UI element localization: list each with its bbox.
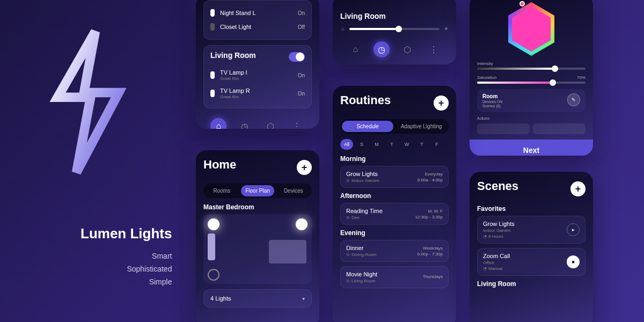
- device-name: Closet Light: [220, 24, 251, 30]
- slider-label: Intensity: [477, 61, 493, 66]
- page-title: Home: [203, 158, 236, 172]
- nav-scenes-icon[interactable]: ⬡: [399, 41, 415, 57]
- summary-title: Room: [482, 93, 502, 99]
- routine-item[interactable]: Reading Time ⊙Den M, W, F12:30p - 3:30p: [340, 203, 449, 225]
- stop-icon[interactable]: ■: [567, 255, 580, 268]
- summary-line: Scenes (0): [482, 104, 502, 108]
- device-state: On: [298, 72, 305, 78]
- brightness-slider[interactable]: [349, 28, 440, 30]
- room-title: Living Room: [340, 12, 449, 20]
- next-button[interactable]: Next: [470, 140, 593, 156]
- chips-label: Actions: [477, 116, 586, 120]
- chevron-down-icon[interactable]: ▾: [302, 296, 305, 302]
- scene-name: Grow Lights: [483, 221, 515, 227]
- day-pill[interactable]: S: [355, 139, 368, 150]
- routine-item[interactable]: Dinner ⊙Dining Room Weekdays6:00p - 7:30…: [340, 240, 449, 262]
- section-evening: Evening: [340, 229, 449, 237]
- device-sub: Great Rm: [220, 94, 250, 99]
- floor-plan-bed: [269, 240, 306, 264]
- device-state: Off: [298, 24, 305, 30]
- device-name: Night Stand L: [220, 10, 256, 16]
- intensity-slider[interactable]: [477, 68, 586, 70]
- day-pill[interactable]: T: [385, 139, 398, 150]
- nav-more-icon[interactable]: ⋮: [426, 41, 442, 57]
- tab-schedule[interactable]: Schedule: [342, 121, 393, 132]
- color-picker-hex[interactable]: [504, 2, 558, 56]
- pin-icon: ⊙: [346, 178, 350, 183]
- device-row[interactable]: Night Stand L On: [210, 6, 305, 20]
- device-sub: Great Rm: [220, 76, 247, 81]
- pin-icon: ⊙: [346, 252, 350, 257]
- device-name: TV Lamp R: [220, 87, 250, 94]
- add-button[interactable]: +: [297, 160, 312, 175]
- scene-name: Zoom Call: [483, 253, 510, 259]
- action-chip[interactable]: [477, 123, 530, 134]
- tab-devices[interactable]: Devices: [276, 185, 310, 196]
- routine-name: Dinner: [346, 245, 376, 251]
- page-title: Scenes: [477, 179, 518, 193]
- summary-action-icon[interactable]: ✎: [567, 93, 580, 106]
- brand-title: Lumen Lights: [80, 225, 172, 242]
- clock-icon: ◔: [483, 266, 487, 271]
- section-living-room: Living Room: [477, 280, 586, 288]
- routine-name: Grow Lights: [346, 171, 379, 177]
- scene-item[interactable]: Grow Lights Indoor Garden ◔8 Hours ▸: [477, 216, 586, 244]
- nav-scenes-icon[interactable]: ⬡: [262, 118, 279, 129]
- day-pill[interactable]: F: [430, 139, 443, 150]
- day-pill[interactable]: M: [370, 139, 383, 150]
- brand-logo: [38, 27, 134, 177]
- bulb-icon: [210, 9, 215, 17]
- routine-item[interactable]: Grow Lights ⊙Indoor Garden Everyday8:00a…: [340, 166, 449, 188]
- routine-item[interactable]: Movie Night ⊙Living Room Thursdays: [340, 266, 449, 288]
- room-title: Living Room: [210, 51, 256, 60]
- routine-name: Reading Time: [346, 208, 383, 214]
- tab-rooms[interactable]: Rooms: [205, 185, 239, 196]
- nav-more-icon[interactable]: ⋮: [289, 118, 305, 129]
- nav-routines-icon[interactable]: ◷: [374, 41, 390, 57]
- scene-item[interactable]: Zoom Call Office ◔Manual ■: [477, 248, 586, 276]
- light-count: 4 Lights: [210, 295, 231, 302]
- add-button[interactable]: +: [570, 181, 586, 196]
- summary-line: Devices ON: [482, 100, 502, 104]
- device-row[interactable]: TV Lamp l Great Rm On: [210, 66, 305, 84]
- tab-floor-plan[interactable]: Floor Plan: [241, 185, 275, 196]
- day-pill[interactable]: T: [415, 139, 428, 150]
- room-toggle[interactable]: [289, 52, 305, 62]
- routine-name: Movie Night: [346, 271, 377, 277]
- color-handle[interactable]: [519, 1, 525, 6]
- bulb-icon: [210, 90, 215, 97]
- play-icon[interactable]: ▸: [567, 223, 580, 236]
- bulb-icon: [210, 23, 215, 31]
- floor-plan-light[interactable]: [208, 218, 219, 230]
- floor-plan-light-off[interactable]: [208, 269, 219, 281]
- dim-icon: ☼: [340, 26, 345, 32]
- nav-home-icon[interactable]: ⌂: [210, 118, 226, 129]
- floor-plan: [203, 214, 312, 284]
- saturation-slider[interactable]: [477, 82, 586, 84]
- clock-icon: ◔: [483, 234, 487, 239]
- tagline: Simple: [80, 277, 172, 286]
- nav-routines-icon[interactable]: ◷: [237, 118, 253, 129]
- device-row[interactable]: TV Lamp R Great Rm On: [210, 84, 305, 103]
- action-chip[interactable]: [533, 123, 586, 134]
- pin-icon: ⊙: [346, 215, 350, 220]
- device-row[interactable]: Closet Light Off: [210, 20, 305, 34]
- tab-adaptive[interactable]: Adaptive Lighting: [396, 121, 447, 132]
- tagline: Sophisticated: [80, 265, 172, 273]
- floor-plan-light[interactable]: [296, 218, 308, 230]
- day-pill[interactable]: W: [400, 139, 413, 150]
- bulb-icon: [210, 71, 215, 79]
- device-name: TV Lamp l: [220, 69, 247, 76]
- nav-home-icon[interactable]: ⌂: [347, 41, 363, 57]
- page-title: Routines: [340, 93, 391, 107]
- floor-plan-fixture[interactable]: [208, 233, 215, 260]
- tagline: Smart: [80, 252, 172, 260]
- section-afternoon: Afternoon: [340, 192, 449, 200]
- pin-icon: ⊙: [346, 279, 350, 283]
- section-favorites: Favorites: [477, 205, 586, 213]
- add-button[interactable]: +: [434, 96, 449, 111]
- room-name: Master Bedroom: [203, 203, 312, 211]
- day-pill-all[interactable]: All: [340, 139, 353, 150]
- bright-icon: ☀: [444, 26, 449, 32]
- section-morning: Morning: [340, 155, 449, 163]
